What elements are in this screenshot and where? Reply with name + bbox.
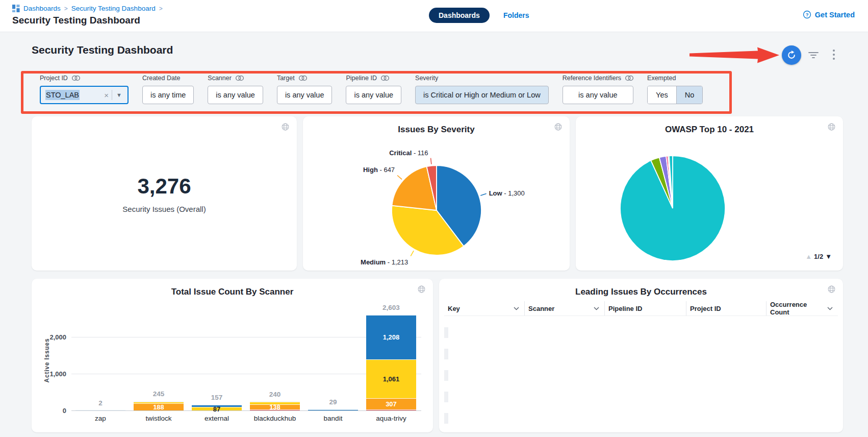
breadcrumb-separator: > bbox=[64, 5, 68, 12]
refresh-icon bbox=[786, 50, 797, 60]
toggle-option-yes[interactable]: Yes bbox=[648, 86, 676, 104]
bar-segment-aqua-trivy-medium: 1,061 bbox=[366, 359, 416, 398]
filter-value-severity[interactable]: is Critical or High or Medium or Low bbox=[415, 86, 549, 104]
filter-group-created-date: Created Dateis any time bbox=[142, 75, 194, 104]
filter-value-created-date[interactable]: is any time bbox=[142, 86, 194, 104]
tab-dashboards[interactable]: Dashboards bbox=[429, 8, 490, 23]
filter-value-reference-identifiers[interactable]: is any value bbox=[563, 86, 633, 104]
tile-owasp-top-10: OWASP Top 10 - 2021 ▲ 1/2 ▼ bbox=[576, 116, 843, 271]
y-tick-label: 0 bbox=[63, 407, 66, 415]
table-row bbox=[444, 327, 838, 338]
filter-input-project-id[interactable]: STO_LAB×▼ bbox=[40, 86, 129, 104]
filter-value-scanner[interactable]: is any value bbox=[208, 86, 263, 104]
page: Dashboards>Security Testing Dashboard> S… bbox=[0, 0, 868, 437]
pie-pagination: ▲ 1/2 ▼ bbox=[805, 253, 832, 260]
page-title: Security Testing Dashboard bbox=[12, 15, 140, 26]
table-row bbox=[444, 370, 838, 381]
table-header-row: KeyScannerPipeline IDProject IDOccurrenc… bbox=[444, 301, 838, 316]
filter-icon bbox=[808, 51, 819, 59]
page-down-arrow[interactable]: ▼ bbox=[825, 253, 832, 260]
pie-label-medium: Medium - 1,213 bbox=[361, 258, 408, 266]
page-up-arrow[interactable]: ▲ bbox=[805, 253, 812, 260]
table-row bbox=[444, 413, 838, 424]
refresh-button[interactable] bbox=[782, 45, 801, 65]
bar-segment-aqua-trivy-low: 1,208 bbox=[366, 315, 416, 359]
page-indicator: 1/2 bbox=[814, 253, 823, 260]
owasp-top-10-pie bbox=[576, 116, 843, 271]
filter-label: Target bbox=[277, 75, 295, 82]
column-label: Key bbox=[448, 305, 460, 312]
tile-total-issue-count-by-scanner: Total Issue Count By Scanner Active Issu… bbox=[32, 279, 433, 432]
table-column-header-project-id[interactable]: Project ID bbox=[686, 301, 766, 315]
single-value-wrap: 3,276 Security Issues (Overall) bbox=[32, 116, 297, 271]
tile-leading-issues-by-occurrences: Leading Issues By Occurrences KeyScanner… bbox=[439, 279, 843, 432]
table-column-header-scanner[interactable]: Scanner bbox=[524, 301, 604, 315]
dashboard-actions-menu[interactable] bbox=[832, 49, 835, 60]
filter-label: Scanner bbox=[208, 75, 232, 82]
filter-label: Exempted bbox=[647, 75, 676, 82]
bar-total-label: 157 bbox=[192, 394, 242, 401]
tiles-row-1: 3,276 Security Issues (Overall) Issues B… bbox=[32, 116, 843, 271]
bar-segment-blackduckhub-high: 138 bbox=[250, 404, 300, 409]
table-column-header-occurrence-count[interactable]: Occurrence Count bbox=[766, 301, 838, 315]
table-row bbox=[444, 317, 838, 327]
tile-issues-by-severity: Issues By Severity Low - 1,300Medium - 1… bbox=[303, 116, 570, 271]
column-label: Pipeline ID bbox=[608, 305, 642, 312]
help-circle-icon: ? bbox=[803, 10, 811, 19]
chevron-down-icon bbox=[594, 307, 599, 310]
bar-segment-aqua-trivy-critical bbox=[366, 409, 416, 410]
dashboard-filters-button[interactable] bbox=[808, 51, 819, 59]
toggle-option-no[interactable]: No bbox=[676, 86, 703, 104]
x-category-label: twistlock bbox=[128, 415, 189, 422]
kebab-menu-icon bbox=[832, 49, 835, 60]
view-tabs: DashboardsFolders bbox=[429, 8, 529, 23]
bar-segment-external-medium: 87 bbox=[192, 407, 242, 410]
y-tick-label: 2,000 bbox=[49, 333, 66, 341]
breadcrumb-link-security-testing-dashboard[interactable]: Security Testing Dashboard bbox=[71, 5, 156, 12]
table-row bbox=[444, 338, 838, 349]
pie-label-critical: Critical - 116 bbox=[389, 149, 428, 157]
tab-folders[interactable]: Folders bbox=[503, 11, 529, 19]
x-category-label: aqua-trivy bbox=[361, 415, 422, 422]
x-category-label: blackduckhub bbox=[244, 415, 305, 422]
filter-group-scanner: Scanneris any value bbox=[208, 75, 263, 104]
breadcrumb: Dashboards>Security Testing Dashboard> bbox=[12, 5, 163, 12]
dashboards-grid-icon bbox=[12, 5, 20, 12]
bar-segment-twistlock-low bbox=[134, 401, 184, 402]
table-column-header-pipeline-id[interactable]: Pipeline ID bbox=[604, 301, 686, 315]
bar-segment-zap-low bbox=[75, 410, 125, 410]
filter-input-value: STO_LAB bbox=[45, 90, 80, 100]
annotation-arrow bbox=[688, 46, 782, 64]
breadcrumb-link-dashboards[interactable]: Dashboards bbox=[23, 5, 61, 12]
x-icon[interactable]: × bbox=[104, 91, 109, 100]
chevron-down-icon bbox=[827, 307, 833, 310]
table-row bbox=[444, 359, 838, 370]
filter-value-target[interactable]: is any value bbox=[277, 86, 333, 104]
pie-label-low: Low - 1,300 bbox=[489, 189, 525, 197]
breadcrumb-separator: > bbox=[159, 5, 163, 12]
link-icon bbox=[72, 76, 80, 81]
bar-segment-twistlock-medium bbox=[134, 402, 184, 403]
bar-total-label: 245 bbox=[134, 390, 184, 398]
bar-segment-twistlock-high: 188 bbox=[134, 403, 184, 410]
filter-bar: Project IDSTO_LAB×▼Created Dateis any ti… bbox=[40, 75, 703, 104]
filter-value-pipeline-id[interactable]: is any value bbox=[346, 86, 401, 104]
table-column-header-key[interactable]: Key bbox=[444, 301, 524, 315]
filter-group-severity: Severityis Critical or High or Medium or… bbox=[415, 75, 549, 104]
filter-group-exempted: ExemptedYesNo bbox=[647, 75, 703, 104]
filter-group-pipeline-id: Pipeline IDis any value bbox=[346, 75, 401, 104]
get-started-link[interactable]: ? Get Started bbox=[803, 10, 855, 19]
bar-segment-blackduckhub-medium bbox=[250, 402, 300, 404]
security-issues-value: 3,276 bbox=[137, 174, 191, 199]
bar-segment-blackduckhub-low bbox=[250, 401, 300, 402]
bar-segment-external-low bbox=[192, 405, 242, 407]
tiles-row-2: Total Issue Count By Scanner Active Issu… bbox=[32, 279, 843, 432]
input-divider bbox=[112, 90, 112, 100]
link-icon bbox=[236, 76, 244, 81]
chart-title: Leading Issues By Occurrences bbox=[439, 287, 843, 297]
get-started-label: Get Started bbox=[815, 11, 855, 19]
table-row bbox=[444, 381, 838, 392]
caret-down-icon[interactable]: ▼ bbox=[115, 92, 123, 98]
tile-security-issues-overall: 3,276 Security Issues (Overall) bbox=[32, 116, 297, 271]
bar-segment-bandit-low bbox=[308, 409, 358, 410]
